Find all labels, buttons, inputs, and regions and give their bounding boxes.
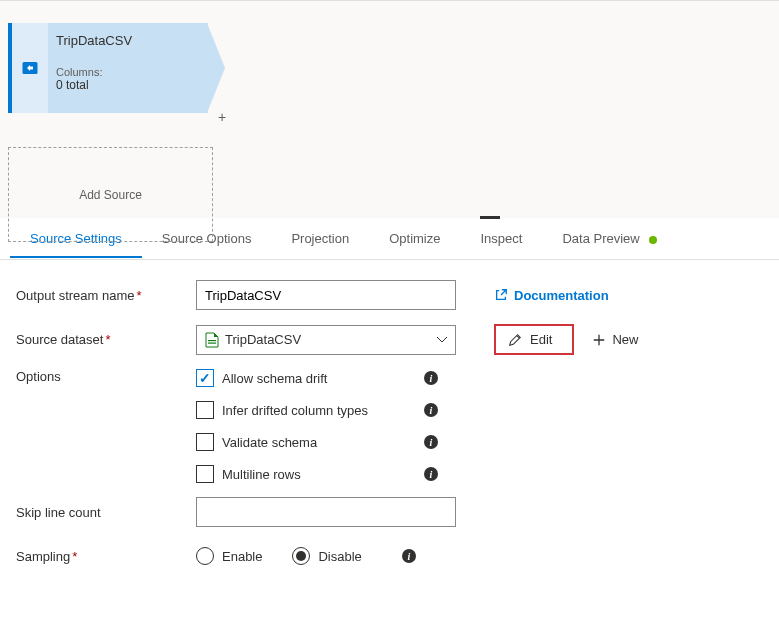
options-column: Allow schema drift i Infer drifted colum… xyxy=(196,369,438,483)
node-title: TripDataCSV xyxy=(56,33,200,48)
tab-indicator xyxy=(480,216,500,219)
sampling-label: Sampling* xyxy=(16,549,196,564)
info-icon[interactable]: i xyxy=(402,549,416,563)
chevron-down-icon xyxy=(437,337,447,343)
multiline-rows-row: Multiline rows i xyxy=(196,465,438,483)
output-stream-label-text: Output stream name xyxy=(16,288,135,303)
tab-data-preview[interactable]: Data Preview xyxy=(542,219,677,258)
node-columns-label: Columns: xyxy=(56,66,200,78)
documentation-label: Documentation xyxy=(514,288,609,303)
validate-schema-label: Validate schema xyxy=(222,435,317,450)
node-count: 0 total xyxy=(56,78,200,92)
multiline-rows-label: Multiline rows xyxy=(222,467,301,482)
disable-label: Disable xyxy=(318,549,361,564)
infer-drifted-label: Infer drifted column types xyxy=(222,403,368,418)
row-output-stream: Output stream name* Documentation xyxy=(16,280,763,310)
info-icon[interactable]: i xyxy=(424,403,438,417)
edit-label: Edit xyxy=(530,332,552,347)
info-icon[interactable]: i xyxy=(424,435,438,449)
file-icon xyxy=(205,332,219,348)
infer-drifted-checkbox[interactable] xyxy=(196,401,214,419)
source-dataset-label-text: Source dataset xyxy=(16,332,103,347)
tab-inspect[interactable]: Inspect xyxy=(461,219,543,258)
enable-label: Enable xyxy=(222,549,262,564)
allow-schema-drift-label: Allow schema drift xyxy=(222,371,327,386)
status-dot-icon xyxy=(649,236,657,244)
source-dataset-value: TripDataCSV xyxy=(225,332,301,347)
info-icon[interactable]: i xyxy=(424,467,438,481)
dataflow-source-icon xyxy=(21,59,39,77)
sampling-disable-radio[interactable] xyxy=(292,547,310,565)
row-sampling: Sampling* Enable Disable i xyxy=(16,541,763,571)
source-node[interactable]: TripDataCSV Columns: 0 total xyxy=(8,23,208,113)
skip-line-label: Skip line count xyxy=(16,505,196,520)
source-dataset-dropdown[interactable]: TripDataCSV xyxy=(196,325,456,355)
sampling-label-text: Sampling xyxy=(16,549,70,564)
required-asterisk: * xyxy=(72,549,77,564)
form-area: Output stream name* Documentation Source… xyxy=(0,260,779,605)
tab-projection[interactable]: Projection xyxy=(271,219,369,258)
options-label: Options xyxy=(16,369,196,384)
output-stream-label: Output stream name* xyxy=(16,288,196,303)
node-icon-column xyxy=(12,23,48,113)
skip-line-input[interactable] xyxy=(196,497,456,527)
row-source-dataset: Source dataset* TripDataCSV Edit New xyxy=(16,324,763,355)
output-stream-input[interactable] xyxy=(196,280,456,310)
infer-drifted-row: Infer drifted column types i xyxy=(196,401,438,419)
node-arrow xyxy=(207,23,225,113)
validate-schema-checkbox[interactable] xyxy=(196,433,214,451)
sampling-radio-group: Enable Disable i xyxy=(196,547,416,565)
canvas-area: TripDataCSV Columns: 0 total + Add Sourc… xyxy=(0,0,779,218)
multiline-rows-checkbox[interactable] xyxy=(196,465,214,483)
node-body: TripDataCSV Columns: 0 total xyxy=(48,23,208,102)
row-options: Options Allow schema drift i Infer drift… xyxy=(16,369,763,483)
validate-schema-row: Validate schema i xyxy=(196,433,438,451)
svg-rect-1 xyxy=(208,340,216,341)
add-branch-button[interactable]: + xyxy=(218,109,226,125)
pencil-icon xyxy=(508,333,522,347)
svg-rect-2 xyxy=(208,342,216,343)
new-label: New xyxy=(612,332,638,347)
required-asterisk: * xyxy=(137,288,142,303)
external-link-icon xyxy=(494,288,508,302)
add-source-label: Add Source xyxy=(79,188,142,202)
info-icon[interactable]: i xyxy=(424,371,438,385)
plus-icon xyxy=(592,333,606,347)
tab-optimize[interactable]: Optimize xyxy=(369,219,460,258)
tab-data-preview-label: Data Preview xyxy=(562,231,639,246)
allow-schema-drift-row: Allow schema drift i xyxy=(196,369,438,387)
source-dataset-label: Source dataset* xyxy=(16,332,196,347)
required-asterisk: * xyxy=(105,332,110,347)
allow-schema-drift-checkbox[interactable] xyxy=(196,369,214,387)
edit-button[interactable]: Edit xyxy=(494,324,574,355)
row-skip-line: Skip line count xyxy=(16,497,763,527)
sampling-enable-radio[interactable] xyxy=(196,547,214,565)
documentation-link[interactable]: Documentation xyxy=(494,288,609,303)
new-button[interactable]: New xyxy=(592,332,638,347)
add-source-button[interactable]: Add Source xyxy=(8,147,213,242)
